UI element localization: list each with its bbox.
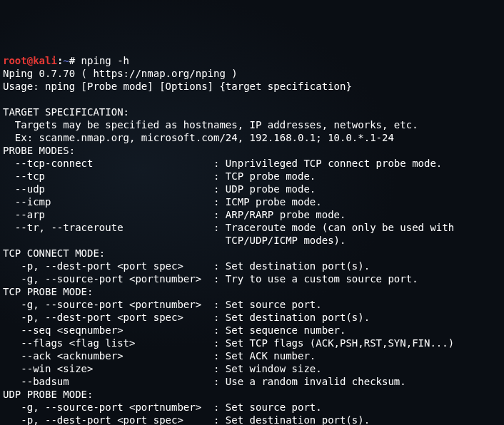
output-line: --udp : UDP probe mode.: [3, 183, 316, 195]
prompt: root@kali:~#: [3, 55, 75, 66]
output-line: -g, --source-port <portnumber> : Try to …: [3, 273, 418, 285]
output-line: Ex: scanme.nmap.org, microsoft.com/24, 1…: [3, 132, 394, 143]
output-line: --win <size> : Set window size.: [3, 363, 322, 374]
output-line: UDP PROBE MODE:: [3, 389, 93, 400]
output-line: --tcp : TCP probe mode.: [3, 170, 316, 182]
output-line: TCP PROBE MODE:: [3, 286, 93, 297]
output-line: --seq <seqnumber> : Set sequence number.: [3, 324, 346, 336]
output-line: Nping 0.7.70 ( https://nmap.org/nping ): [3, 68, 238, 79]
prompt-at: @: [27, 55, 33, 66]
output-line: Usage: nping [Probe mode] [Options] {tar…: [3, 81, 352, 92]
output-line: -g, --source-port <portnumber> : Set sou…: [3, 299, 322, 310]
terminal[interactable]: root@kali:~# nping -h Nping 0.7.70 ( htt…: [3, 54, 501, 425]
output-line: --ack <acknumber> : Set ACK number.: [3, 350, 316, 362]
output-line: TCP/UDP/ICMP modes).: [3, 235, 346, 246]
output-line: -p, --dest-port <port spec> : Set destin…: [3, 260, 370, 272]
prompt-hash: #: [69, 55, 75, 66]
output-line: TARGET SPECIFICATION:: [3, 106, 129, 118]
output-line: -g, --source-port <portnumber> : Set sou…: [3, 401, 322, 413]
command-input[interactable]: nping -h: [75, 55, 129, 66]
output-line: --flags <flag list> : Set TCP flags (ACK…: [3, 337, 454, 349]
output-line: TCP CONNECT MODE:: [3, 247, 105, 259]
output-line: --arp : ARP/RARP probe mode.: [3, 209, 346, 220]
output-line: -p, --dest-port <port spec> : Set destin…: [3, 312, 370, 323]
output-line: --badsum : Use a random invalid checksum…: [3, 376, 406, 387]
output-line: --tcp-connect : Unprivileged TCP connect…: [3, 158, 442, 169]
prompt-path: ~: [63, 55, 69, 66]
prompt-user: root: [3, 55, 27, 66]
prompt-host: kali: [33, 55, 57, 66]
output-line: --tr, --traceroute : Traceroute mode (ca…: [3, 222, 460, 233]
output-line: PROBE MODES:: [3, 145, 75, 156]
output-line: -p, --dest-port <port spec> : Set destin…: [3, 414, 370, 425]
output-line: --icmp : ICMP probe mode.: [3, 196, 322, 208]
output-line: Targets may be specified as hostnames, I…: [3, 119, 418, 130]
